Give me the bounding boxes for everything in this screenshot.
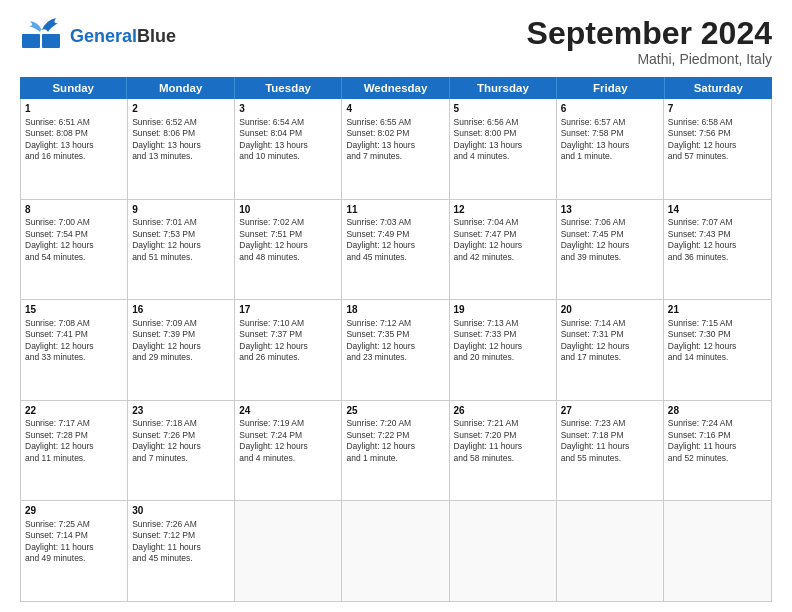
day-info-line: Daylight: 12 hours [454, 240, 552, 251]
cal-cell-r0c6: 7Sunrise: 6:58 AMSunset: 7:56 PMDaylight… [664, 99, 771, 199]
day-info-line: Sunset: 7:24 PM [239, 430, 337, 441]
day-info-line: and 42 minutes. [454, 252, 552, 263]
day-info-line: Sunset: 7:28 PM [25, 430, 123, 441]
day-info-line: Sunrise: 6:58 AM [668, 117, 767, 128]
page: GeneralBlue September 2024 Mathi, Piedmo… [0, 0, 792, 612]
day-info-line: Sunrise: 7:13 AM [454, 318, 552, 329]
day-number: 12 [454, 203, 552, 217]
cal-cell-r1c2: 10Sunrise: 7:02 AMSunset: 7:51 PMDayligh… [235, 200, 342, 300]
day-info-line: and 29 minutes. [132, 352, 230, 363]
title-block: September 2024 Mathi, Piedmont, Italy [527, 16, 772, 67]
day-info-line: Daylight: 12 hours [239, 341, 337, 352]
day-info-line: and 16 minutes. [25, 151, 123, 162]
day-number: 9 [132, 203, 230, 217]
day-info-line: Sunset: 7:16 PM [668, 430, 767, 441]
cal-cell-r1c0: 8Sunrise: 7:00 AMSunset: 7:54 PMDaylight… [21, 200, 128, 300]
day-info-line: Sunrise: 6:55 AM [346, 117, 444, 128]
day-info-line: Sunrise: 7:17 AM [25, 418, 123, 429]
cal-cell-r3c5: 27Sunrise: 7:23 AMSunset: 7:18 PMDayligh… [557, 401, 664, 501]
calendar: Sunday Monday Tuesday Wednesday Thursday… [20, 77, 772, 602]
day-info-line: Sunrise: 6:57 AM [561, 117, 659, 128]
day-info-line: and 23 minutes. [346, 352, 444, 363]
day-number: 30 [132, 504, 230, 518]
cal-cell-r2c0: 15Sunrise: 7:08 AMSunset: 7:41 PMDayligh… [21, 300, 128, 400]
weekday-thursday: Thursday [450, 77, 557, 99]
day-number: 1 [25, 102, 123, 116]
day-number: 3 [239, 102, 337, 116]
day-number: 16 [132, 303, 230, 317]
cal-row-4: 29Sunrise: 7:25 AMSunset: 7:14 PMDayligh… [21, 501, 771, 601]
weekday-friday: Friday [557, 77, 664, 99]
cal-cell-r0c4: 5Sunrise: 6:56 AMSunset: 8:00 PMDaylight… [450, 99, 557, 199]
day-info-line: Sunset: 7:43 PM [668, 229, 767, 240]
day-info-line: Sunset: 8:08 PM [25, 128, 123, 139]
day-info-line: Daylight: 12 hours [132, 240, 230, 251]
day-info-line: Sunset: 7:56 PM [668, 128, 767, 139]
day-number: 5 [454, 102, 552, 116]
day-info-line: Sunset: 7:33 PM [454, 329, 552, 340]
cal-row-0: 1Sunrise: 6:51 AMSunset: 8:08 PMDaylight… [21, 99, 771, 200]
day-info-line: Sunset: 8:06 PM [132, 128, 230, 139]
day-number: 19 [454, 303, 552, 317]
day-info-line: and 4 minutes. [239, 453, 337, 464]
day-info-line: and 33 minutes. [25, 352, 123, 363]
day-info-line: Sunset: 7:31 PM [561, 329, 659, 340]
day-info-line: Sunrise: 7:12 AM [346, 318, 444, 329]
calendar-header: Sunday Monday Tuesday Wednesday Thursday… [20, 77, 772, 99]
day-info-line: Sunset: 7:14 PM [25, 530, 123, 541]
cal-cell-r3c6: 28Sunrise: 7:24 AMSunset: 7:16 PMDayligh… [664, 401, 771, 501]
cal-cell-r4c3 [342, 501, 449, 601]
day-info-line: Sunrise: 7:14 AM [561, 318, 659, 329]
day-number: 18 [346, 303, 444, 317]
day-info-line: Daylight: 12 hours [239, 240, 337, 251]
weekday-tuesday: Tuesday [235, 77, 342, 99]
day-number: 6 [561, 102, 659, 116]
day-info-line: Daylight: 11 hours [132, 542, 230, 553]
day-info-line: Daylight: 11 hours [25, 542, 123, 553]
day-info-line: Daylight: 12 hours [561, 341, 659, 352]
day-info-line: Sunset: 8:04 PM [239, 128, 337, 139]
day-info-line: Sunrise: 7:03 AM [346, 217, 444, 228]
day-info-line: Sunset: 7:20 PM [454, 430, 552, 441]
day-info-line: Daylight: 12 hours [25, 441, 123, 452]
day-info-line: Daylight: 13 hours [346, 140, 444, 151]
header: GeneralBlue September 2024 Mathi, Piedmo… [20, 16, 772, 67]
day-info-line: Sunrise: 7:07 AM [668, 217, 767, 228]
day-number: 27 [561, 404, 659, 418]
cal-row-1: 8Sunrise: 7:00 AMSunset: 7:54 PMDaylight… [21, 200, 771, 301]
day-number: 25 [346, 404, 444, 418]
day-info-line: Sunrise: 7:25 AM [25, 519, 123, 530]
day-info-line: Daylight: 13 hours [454, 140, 552, 151]
logo: GeneralBlue [20, 16, 176, 58]
cal-cell-r0c1: 2Sunrise: 6:52 AMSunset: 8:06 PMDaylight… [128, 99, 235, 199]
cal-cell-r0c3: 4Sunrise: 6:55 AMSunset: 8:02 PMDaylight… [342, 99, 449, 199]
day-info-line: and 45 minutes. [132, 553, 230, 564]
weekday-monday: Monday [127, 77, 234, 99]
day-info-line: Daylight: 11 hours [454, 441, 552, 452]
day-info-line: Daylight: 12 hours [346, 441, 444, 452]
day-number: 29 [25, 504, 123, 518]
day-info-line: Daylight: 13 hours [239, 140, 337, 151]
cal-cell-r1c1: 9Sunrise: 7:01 AMSunset: 7:53 PMDaylight… [128, 200, 235, 300]
day-info-line: and 10 minutes. [239, 151, 337, 162]
day-info-line: and 39 minutes. [561, 252, 659, 263]
cal-cell-r2c5: 20Sunrise: 7:14 AMSunset: 7:31 PMDayligh… [557, 300, 664, 400]
cal-cell-r4c6 [664, 501, 771, 601]
calendar-body: 1Sunrise: 6:51 AMSunset: 8:08 PMDaylight… [20, 99, 772, 602]
cal-row-2: 15Sunrise: 7:08 AMSunset: 7:41 PMDayligh… [21, 300, 771, 401]
location: Mathi, Piedmont, Italy [527, 51, 772, 67]
cal-cell-r2c1: 16Sunrise: 7:09 AMSunset: 7:39 PMDayligh… [128, 300, 235, 400]
day-number: 20 [561, 303, 659, 317]
day-number: 28 [668, 404, 767, 418]
day-number: 24 [239, 404, 337, 418]
day-info-line: Sunset: 8:02 PM [346, 128, 444, 139]
day-info-line: and 55 minutes. [561, 453, 659, 464]
day-number: 13 [561, 203, 659, 217]
cal-cell-r1c5: 13Sunrise: 7:06 AMSunset: 7:45 PMDayligh… [557, 200, 664, 300]
cal-cell-r4c5 [557, 501, 664, 601]
day-info-line: Sunrise: 7:04 AM [454, 217, 552, 228]
day-number: 8 [25, 203, 123, 217]
day-info-line: and 11 minutes. [25, 453, 123, 464]
day-info-line: and 7 minutes. [132, 453, 230, 464]
day-info-line: Sunset: 7:12 PM [132, 530, 230, 541]
